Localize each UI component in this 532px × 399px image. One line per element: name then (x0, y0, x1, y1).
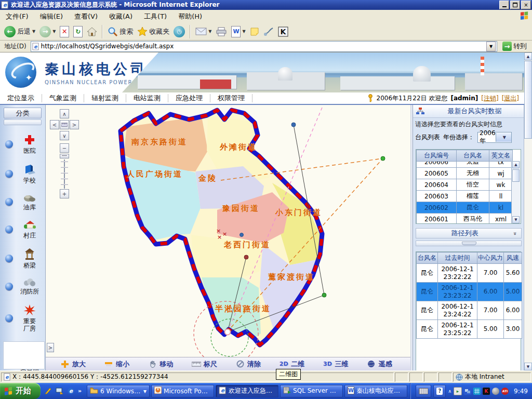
scroll-up-icon[interactable]: ▲ (512, 161, 520, 168)
favorites-button[interactable]: 收藏夹 (135, 25, 171, 37)
sidebar-item-school[interactable]: 学校 (5, 163, 45, 184)
typhoon-row[interactable]: 200601西马伦xml (417, 214, 513, 224)
history-button[interactable]: ◷ (171, 25, 187, 38)
menu-item-help[interactable]: 帮助(H) (172, 12, 208, 21)
collapse-chevron-icon[interactable]: » (512, 232, 518, 235)
help-indicator-button[interactable]: ? (433, 385, 446, 397)
detail-row[interactable]: 昆仑2006-12-123:24:227.006.00 (417, 301, 522, 320)
map-tool-2d[interactable]: 2D二维 (279, 360, 323, 369)
quick-launch-overflow-icon[interactable]: » (78, 388, 82, 394)
group-dropdown-icon[interactable]: ▾ (143, 388, 147, 395)
sidebar-item-important-plant[interactable]: 重要 厂房 (5, 304, 45, 332)
stop-button[interactable]: ✕ (58, 25, 71, 38)
start-button[interactable]: 开始 (0, 383, 41, 399)
horizontal-splitter[interactable] (416, 241, 522, 246)
map-tool-ruler[interactable]: 标尺 (192, 360, 235, 369)
tray-grid-icon[interactable] (473, 388, 481, 395)
menu-item-tools[interactable]: 工具(T) (138, 12, 172, 21)
messenger-button[interactable] (261, 26, 276, 37)
sidebar-item-fire-station[interactable]: 消防所 (5, 278, 45, 295)
nav-tab-weather-monitor[interactable]: 气象监测 (42, 94, 84, 102)
tray-ati-icon[interactable]: ATI (501, 388, 509, 395)
map-area[interactable]: ××× 南京东路街道外滩街道人民广场街道金陵豫园街道小东门街道老西门街道董家渡街… (46, 105, 410, 370)
quick-launch-pen-icon[interactable] (44, 387, 52, 395)
minimize-button[interactable] (499, 1, 509, 9)
notes-button[interactable] (248, 26, 261, 37)
zoom-slider-handle[interactable] (60, 154, 69, 158)
forward-dropdown-icon[interactable]: ▼ (52, 29, 56, 34)
pan-right-button[interactable]: > (70, 120, 79, 129)
menu-item-view[interactable]: 查看(V) (69, 12, 103, 21)
category-header[interactable]: 分类 (4, 108, 42, 118)
keyboard-indicator-button[interactable] (416, 385, 431, 397)
page-scroll-down-icon[interactable]: ▼ (524, 363, 532, 370)
scroll-thumb[interactable] (512, 169, 520, 182)
map-tool-zoom-out[interactable]: 缩小 (104, 360, 148, 369)
sidebar-item-bridge[interactable]: 桥梁 (5, 248, 45, 269)
exit-link[interactable]: [退出] (502, 94, 519, 103)
back-button[interactable]: ←后退▼ (2, 25, 37, 38)
map-tool-clear[interactable]: 清除 (235, 360, 279, 369)
tray-network-icon[interactable] (464, 388, 471, 395)
back-dropdown-icon[interactable]: ▼ (32, 29, 35, 34)
edit-word-button[interactable]: W▼ (229, 25, 247, 38)
sidebar-expand-button[interactable]: > (47, 343, 54, 352)
tray-antivirus-icon[interactable]: K (483, 388, 490, 395)
scroll-down-icon[interactable]: ▼ (512, 216, 520, 223)
sidebar-item-oil-depot[interactable]: 油库 (5, 193, 45, 211)
nav-tab-permission-management[interactable]: 权限管理 (210, 94, 252, 102)
taskbar-button-folder[interactable]: 6 Windows Expl...▾ (87, 385, 150, 397)
go-button[interactable]: →转到 (499, 41, 530, 51)
menu-item-edit[interactable]: 编辑(E) (34, 12, 69, 21)
tray-sql-icon[interactable]: ▸ (454, 387, 462, 395)
typhoon-row[interactable]: 200603榴莲ll (417, 191, 513, 202)
taskbar-button-ie[interactable]: e欢迎进入应急资... (216, 385, 278, 397)
page-scrollbar[interactable]: ▲ ▼ (524, 52, 532, 370)
tray-collapse-chevron-icon[interactable]: ∧ (448, 389, 451, 394)
sidebar-item-hospital[interactable]: 医院 (5, 134, 45, 154)
taskbar-button-word[interactable]: W秦山核电站应急... (344, 385, 407, 397)
address-input[interactable] (41, 43, 484, 50)
sidebar-item-village[interactable]: 村庄 (5, 220, 45, 239)
restore-button[interactable] (510, 1, 520, 9)
menu-item-file[interactable]: 文件(F) (0, 12, 34, 21)
nav-tab-location-display[interactable]: 定位显示 (0, 94, 42, 102)
nav-tab-radiation-monitor[interactable]: 辐射监测 (84, 94, 126, 102)
nav-tab-emergency-handling[interactable]: 应急处理 (168, 94, 210, 102)
typhoon-row[interactable]: 200606太虚tx (417, 162, 513, 168)
year-select-arrow-icon[interactable]: ▼ (496, 133, 511, 142)
pan-left-button[interactable]: < (50, 120, 59, 129)
tray-volume-icon[interactable] (492, 388, 499, 395)
pan-up-button[interactable]: ∧ (60, 109, 69, 118)
typhoon-row[interactable]: 200604悟空wk (417, 179, 513, 191)
map-tool-3d[interactable]: 3D三维 (323, 360, 367, 369)
detail-row[interactable]: 昆仑2006-12-123:23:226.005.00 (417, 283, 522, 301)
detail-row[interactable]: 昆仑2006-12-123:22:227.005.60 (417, 264, 522, 283)
map-tool-zoom-in[interactable]: 放大 (60, 360, 104, 369)
typhoon-row[interactable]: 200602昆仑kl (417, 202, 513, 214)
typhoon-table-scrollbar[interactable]: ▲ ▼ (511, 161, 521, 223)
page-scroll-up-icon[interactable]: ▲ (524, 52, 532, 60)
pan-center-button[interactable] (60, 120, 69, 129)
print-button[interactable] (214, 26, 229, 37)
search-button[interactable]: 搜索 (105, 25, 135, 38)
mail-button[interactable]: ▼ (193, 26, 214, 36)
taskbar-button-sql-server[interactable]: SQL Server 服务... (280, 385, 343, 397)
page-scroll-thumb[interactable] (524, 61, 532, 139)
typhoon-row[interactable]: 200605无稽wj (417, 168, 513, 179)
close-button[interactable]: × (521, 1, 531, 9)
logout-link[interactable]: [注销] (481, 94, 498, 103)
mail-dropdown-icon[interactable]: ▼ (208, 29, 211, 34)
quick-launch-ie-icon[interactable]: e (66, 387, 75, 395)
menu-item-favorites[interactable]: 收藏(A) (103, 12, 138, 21)
map-tool-pan-hand[interactable]: 移动 (148, 360, 192, 369)
map-tool-remote-sensing[interactable]: 遥感 (367, 360, 410, 369)
forward-button[interactable]: →▼ (37, 25, 58, 38)
refresh-button[interactable]: ↻ (71, 25, 85, 38)
nav-tab-station-monitor[interactable]: 电站监测 (126, 94, 168, 102)
zoom-in-button[interactable]: + (60, 189, 69, 198)
k-logo-button[interactable]: K (276, 25, 290, 38)
zoom-out-button[interactable]: − (60, 143, 69, 153)
address-dropdown-button[interactable]: ▼ (486, 42, 496, 51)
edit-dropdown-icon[interactable]: ▼ (242, 29, 245, 34)
